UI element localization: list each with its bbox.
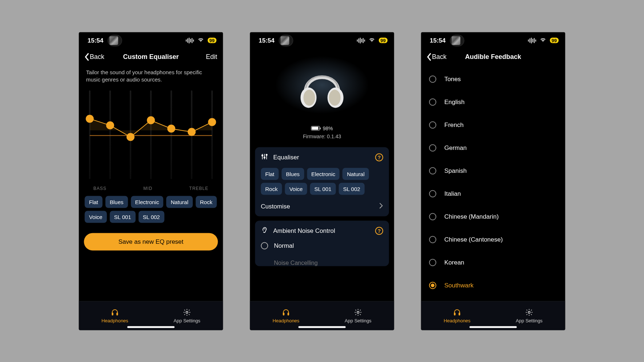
feedback-option[interactable]: German [429, 136, 565, 159]
preset-chip[interactable]: Flat [261, 168, 279, 180]
equaliser-card: Equaliser ? FlatBluesElectronicNaturalRo… [255, 147, 389, 216]
radio-icon [429, 236, 436, 243]
back-label: Back [432, 53, 447, 61]
svg-rect-1 [116, 313, 118, 315]
feedback-option[interactable]: Chinese (Cantonese) [429, 228, 565, 251]
svg-point-12 [357, 311, 359, 313]
album-art-icon [281, 36, 289, 45]
card-title: Equaliser [273, 154, 299, 161]
preset-chip[interactable]: SL 002 [138, 211, 164, 223]
customise-row[interactable]: Customise [261, 195, 383, 210]
feedback-option[interactable]: Tones [429, 68, 565, 91]
now-playing-pill[interactable] [450, 35, 465, 46]
phone-device-home: 15:54 99 [250, 32, 394, 330]
feedback-option[interactable]: French [429, 114, 565, 136]
svg-rect-14 [459, 313, 460, 315]
home-indicator[interactable] [127, 326, 175, 328]
feedback-option[interactable]: Chinese (Mandarin) [429, 205, 565, 228]
feedback-option[interactable]: Italian [429, 182, 565, 205]
eq-handle[interactable] [86, 115, 94, 123]
status-bar: 15:54 99 [250, 32, 394, 49]
home-indicator[interactable] [470, 326, 517, 328]
eq-handle[interactable] [106, 122, 114, 130]
back-button[interactable]: Back [426, 53, 447, 61]
chevron-left-icon [84, 53, 89, 61]
option-label: Chinese (Cantonese) [445, 236, 503, 243]
radio-icon [429, 99, 436, 106]
preset-chip[interactable]: Electronic [307, 168, 340, 180]
tab-bar: Headphones App Settings [250, 301, 394, 330]
preset-chips: FlatBluesElectronicNaturalRockVoiceSL 00… [261, 162, 383, 195]
svg-rect-13 [454, 313, 455, 315]
save-preset-button[interactable]: Save as new EQ preset [84, 233, 218, 251]
eq-handle[interactable] [127, 133, 135, 141]
preset-chip[interactable]: Rock [261, 183, 282, 195]
preset-chip[interactable]: Natural [343, 168, 369, 180]
option-label: Normal [274, 242, 294, 249]
back-button[interactable]: Back [84, 53, 104, 61]
eq-handle[interactable] [167, 125, 175, 133]
edit-button[interactable]: Edit [206, 53, 217, 61]
feedback-option[interactable]: Southwark [429, 274, 565, 297]
radio-icon [429, 213, 436, 220]
preset-chip[interactable]: SL 001 [310, 183, 336, 195]
device-hero: 98% Firmware: 0.1.43 [250, 49, 394, 143]
svg-rect-11 [288, 313, 289, 315]
help-icon[interactable]: ? [375, 154, 383, 162]
preset-chip[interactable]: SL 002 [339, 183, 364, 195]
tab-label: Headphones [444, 318, 471, 323]
battery-percent: 98% [323, 125, 333, 131]
anc-option-cutoff: Noise Cancelling [261, 249, 383, 266]
chevron-left-icon [426, 53, 431, 61]
radio-icon [261, 242, 268, 249]
status-time: 15:54 [259, 37, 274, 44]
option-label: Chinese (Mandarin) [445, 213, 499, 220]
card-title: Ambient Noise Control [273, 227, 335, 235]
battery-badge: 99 [208, 38, 216, 43]
feedback-option[interactable]: English [429, 91, 565, 114]
eq-handle[interactable] [147, 116, 155, 124]
option-label: English [445, 99, 465, 106]
wifi-icon [197, 37, 204, 44]
preset-chip[interactable]: SL 001 [110, 211, 135, 223]
audio-visualizer-icon [186, 37, 194, 43]
now-playing-pill[interactable] [279, 35, 293, 46]
eq-handle[interactable] [208, 118, 216, 126]
now-playing-pill[interactable] [108, 35, 122, 46]
phone-custom-equaliser: 15:54 99 Back Custom Equaliser Edit Tail… [79, 32, 223, 330]
anc-card: Ambient Noise Control ? Normal Noise Can… [255, 220, 389, 266]
anc-option-normal[interactable]: Normal [261, 235, 383, 249]
help-icon[interactable]: ? [375, 227, 383, 235]
equaliser-graph[interactable]: BASS MID TREBLE [79, 88, 223, 193]
option-label: Spanish [445, 167, 467, 175]
preset-chip[interactable]: Flat [85, 196, 103, 208]
preset-chip[interactable]: Voice [85, 211, 107, 223]
status-bar: 15:54 99 [421, 32, 565, 49]
status-time: 15:54 [88, 37, 103, 44]
home-indicator[interactable] [299, 326, 346, 328]
svg-point-6 [329, 89, 341, 106]
radio-icon [429, 259, 436, 266]
radio-icon [429, 144, 436, 152]
headphones-icon [282, 308, 290, 316]
feedback-option[interactable]: Korean [429, 251, 565, 274]
wifi-icon [368, 37, 375, 44]
preset-chip[interactable]: Rock [195, 196, 217, 208]
axis-mid: MID [143, 186, 153, 191]
axis-treble: TREBLE [189, 186, 209, 191]
nav-header: Back Audible Feedback [421, 49, 565, 65]
preset-chip[interactable]: Blues [106, 196, 128, 208]
back-label: Back [90, 53, 104, 61]
headphones-icon [111, 308, 119, 316]
album-art-icon [452, 36, 461, 45]
preset-chip[interactable]: Electronic [131, 196, 163, 208]
preset-chip[interactable]: Natural [166, 196, 193, 208]
eq-handle[interactable] [188, 128, 196, 136]
preset-chip[interactable]: Voice [285, 183, 307, 195]
tab-label: Headphones [102, 318, 129, 323]
option-label: Tones [445, 76, 461, 83]
feedback-option[interactable]: Spanish [429, 159, 565, 182]
battery-badge: 99 [379, 38, 387, 43]
preset-chip[interactable]: Blues [282, 168, 304, 180]
gear-icon [525, 308, 533, 316]
